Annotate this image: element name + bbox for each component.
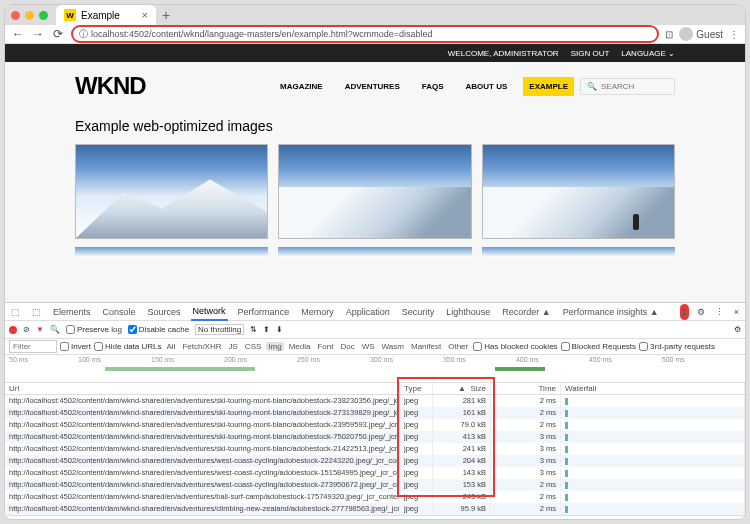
more-icon[interactable]: ⋮ xyxy=(713,304,726,320)
tab-console[interactable]: Console xyxy=(101,304,138,320)
cell-url: http://localhost:4502/content/dam/wknd-s… xyxy=(5,467,400,479)
third-party-checkbox[interactable]: 3rd-party requests xyxy=(639,342,715,351)
blocked-cookies-checkbox[interactable]: Has blocked cookies xyxy=(473,342,557,351)
filter-media[interactable]: Media xyxy=(287,342,313,351)
filter-css[interactable]: CSS xyxy=(243,342,263,351)
cell-waterfall xyxy=(561,407,745,419)
col-type[interactable]: Type xyxy=(400,383,433,394)
col-waterfall[interactable]: Waterfall xyxy=(561,383,745,394)
filter-fetch[interactable]: Fetch/XHR xyxy=(180,342,223,351)
tab-perfinsights[interactable]: Performance insights ▲ xyxy=(561,304,661,320)
filter-manifest[interactable]: Manifest xyxy=(409,342,443,351)
close-tab-icon[interactable]: × xyxy=(142,9,148,21)
nav-magazine[interactable]: MAGAZINE xyxy=(274,77,329,96)
language-selector[interactable]: LANGUAGE ⌄ xyxy=(621,49,675,58)
tab-elements[interactable]: Elements xyxy=(51,304,93,320)
error-badge[interactable]: 1 xyxy=(680,304,689,320)
tab-network[interactable]: Network xyxy=(191,303,228,321)
profile-label: Guest xyxy=(696,29,723,40)
filter-wasm[interactable]: Wasm xyxy=(380,342,406,351)
invert-checkbox[interactable]: Invert xyxy=(60,342,91,351)
cell-size: 241 kB xyxy=(433,443,491,455)
tab-security[interactable]: Security xyxy=(400,304,437,320)
site-info-icon[interactable]: ⓘ xyxy=(79,28,88,41)
clear-button[interactable]: ⊘ xyxy=(23,325,30,334)
primary-nav: MAGAZINE ADVENTURES FAQS ABOUT US EXAMPL… xyxy=(274,77,574,96)
table-row[interactable]: http://localhost:4502/content/dam/wknd-s… xyxy=(5,503,745,515)
close-window-icon[interactable] xyxy=(11,11,20,20)
table-row[interactable]: http://localhost:4502/content/dam/wknd-s… xyxy=(5,443,745,455)
back-button[interactable]: ← xyxy=(11,27,25,41)
col-time[interactable]: Time xyxy=(491,383,561,394)
sign-out-link[interactable]: SIGN OUT xyxy=(571,49,610,58)
table-row[interactable]: http://localhost:4502/content/dam/wknd-s… xyxy=(5,431,745,443)
col-size[interactable]: ▲ Size xyxy=(433,383,491,394)
inspect-icon[interactable]: ⬚ xyxy=(9,304,22,320)
cell-waterfall xyxy=(561,395,745,407)
search-icon[interactable]: 🔍 xyxy=(50,325,60,334)
table-row[interactable]: http://localhost:4502/content/dam/wknd-s… xyxy=(5,455,745,467)
nav-faqs[interactable]: FAQS xyxy=(416,77,450,96)
download-icon[interactable]: ⬇ xyxy=(276,325,283,334)
new-tab-button[interactable]: + xyxy=(156,7,176,23)
profile-button[interactable]: Guest xyxy=(679,27,723,41)
menu-icon[interactable]: ⋮ xyxy=(729,29,739,40)
throttling-select[interactable]: No throttling xyxy=(195,324,244,335)
filter-ws[interactable]: WS xyxy=(360,342,377,351)
tab-performance[interactable]: Performance xyxy=(236,304,292,320)
devtools-panel: ⬚ ⬚ Elements Console Sources Network Per… xyxy=(5,302,745,520)
tab-lighthouse[interactable]: Lighthouse xyxy=(444,304,492,320)
table-row[interactable]: http://localhost:4502/content/dam/wknd-s… xyxy=(5,407,745,419)
blocked-requests-checkbox[interactable]: Blocked Requests xyxy=(561,342,636,351)
forward-button[interactable]: → xyxy=(31,27,45,41)
col-url[interactable]: Url xyxy=(5,383,400,394)
table-row[interactable]: http://localhost:4502/content/dam/wknd-s… xyxy=(5,491,745,503)
settings-icon[interactable]: ⚙ xyxy=(695,304,707,320)
filter-js[interactable]: JS xyxy=(227,342,240,351)
record-button[interactable] xyxy=(9,326,17,334)
finish-time: Finish: 445 ms xyxy=(289,519,341,520)
timeline-overview[interactable]: 50 ms 100 ms 150 ms 200 ms 250 ms 300 ms… xyxy=(5,355,745,383)
filter-input[interactable] xyxy=(9,340,57,353)
maximize-window-icon[interactable] xyxy=(39,11,48,20)
preserve-log-checkbox[interactable]: Preserve log xyxy=(66,325,122,334)
tab-recorder[interactable]: Recorder ▲ xyxy=(500,304,552,320)
filter-doc[interactable]: Doc xyxy=(338,342,356,351)
transferred: 2.0 MB / 2.4 MB transferred xyxy=(76,519,174,520)
nav-adventures[interactable]: ADVENTURES xyxy=(339,77,406,96)
wifi-icon[interactable]: ⇅ xyxy=(250,325,257,334)
filter-other[interactable]: Other xyxy=(446,342,470,351)
filter-font[interactable]: Font xyxy=(315,342,335,351)
tab-title: Example xyxy=(81,10,120,21)
reload-button[interactable]: ⟳ xyxy=(51,27,65,41)
tab-sources[interactable]: Sources xyxy=(146,304,183,320)
upload-icon[interactable]: ⬆ xyxy=(263,325,270,334)
nav-example[interactable]: EXAMPLE xyxy=(523,77,574,96)
disable-cache-checkbox[interactable]: Disable cache xyxy=(128,325,189,334)
close-devtools-icon[interactable]: × xyxy=(732,304,741,320)
filter-icon[interactable]: ▼ xyxy=(36,325,44,334)
extensions-icon[interactable]: ⊡ xyxy=(665,29,673,40)
hide-data-urls-checkbox[interactable]: Hide data URLs xyxy=(94,342,161,351)
nav-about[interactable]: ABOUT US xyxy=(460,77,514,96)
tick: 50 ms xyxy=(9,356,28,363)
url-field[interactable]: ⓘ localhost:4502/content/wknd/language-m… xyxy=(71,25,659,43)
search-input[interactable] xyxy=(601,82,661,91)
network-settings-icon[interactable]: ⚙ xyxy=(734,325,741,334)
tick: 300 ms xyxy=(370,356,393,363)
tab-memory[interactable]: Memory xyxy=(299,304,336,320)
filter-img[interactable]: Img xyxy=(266,342,283,351)
table-row[interactable]: http://localhost:4502/content/dam/wknd-s… xyxy=(5,419,745,431)
table-row[interactable]: http://localhost:4502/content/dam/wknd-s… xyxy=(5,467,745,479)
tick: 100 ms xyxy=(78,356,101,363)
table-row[interactable]: http://localhost:4502/content/dam/wknd-s… xyxy=(5,479,745,491)
browser-tab[interactable]: W Example × xyxy=(56,5,156,25)
filter-all[interactable]: All xyxy=(165,342,178,351)
minimize-window-icon[interactable] xyxy=(25,11,34,20)
device-icon[interactable]: ⬚ xyxy=(30,304,43,320)
table-row[interactable]: http://localhost:4502/content/dam/wknd-s… xyxy=(5,395,745,407)
search-box[interactable]: 🔍 xyxy=(580,78,675,95)
tab-application[interactable]: Application xyxy=(344,304,392,320)
cell-waterfall xyxy=(561,503,745,515)
site-logo[interactable]: WKND xyxy=(75,72,146,100)
